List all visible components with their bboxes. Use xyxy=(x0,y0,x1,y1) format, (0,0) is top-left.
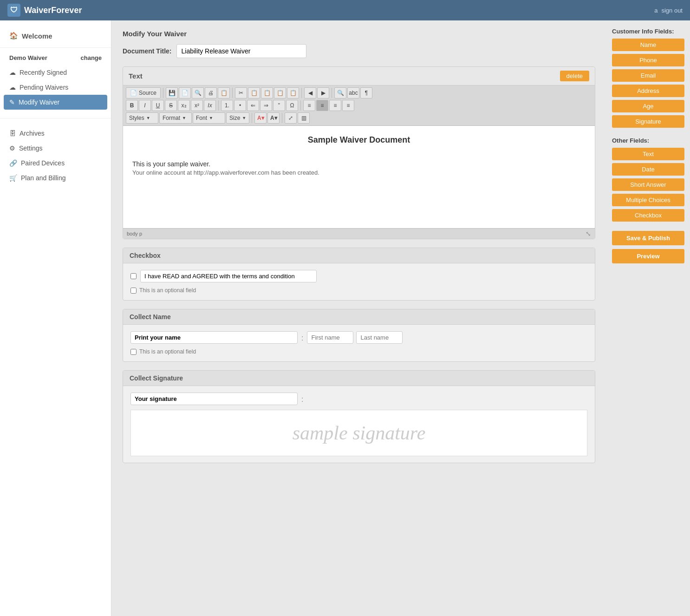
tb-blockquote[interactable]: " xyxy=(273,100,285,111)
sidebar-item-pending-waivers[interactable]: ☁ Pending Waivers xyxy=(0,80,111,95)
tb-strikethrough[interactable]: S xyxy=(165,100,177,111)
tb-save[interactable]: 💾 xyxy=(166,87,178,98)
paired-devices-label: Paired Devices xyxy=(21,159,65,167)
tb-superscript[interactable]: x² xyxy=(191,100,203,111)
tb-italic[interactable]: I xyxy=(139,100,151,111)
editor-block-title: Text xyxy=(129,72,143,80)
tb-align-right[interactable]: ≡ xyxy=(329,100,341,111)
field-btn-checkbox[interactable]: Checkbox xyxy=(612,209,684,222)
settings-label: Settings xyxy=(19,144,43,152)
field-btn-date[interactable]: Date xyxy=(612,163,684,176)
last-name-input[interactable] xyxy=(356,331,403,344)
top-nav: 🛡 WaiverForever a sign out xyxy=(0,0,690,20)
change-link[interactable]: change xyxy=(80,54,102,61)
plan-billing-label: Plan and Billing xyxy=(21,174,66,182)
cloud-icon-2: ☁ xyxy=(9,84,16,91)
wysiwyg-area[interactable]: Sample Waiver Document This is your samp… xyxy=(123,126,595,228)
tb-format-dropdown[interactable]: Format ▼ xyxy=(159,112,192,124)
field-btn-text[interactable]: Text xyxy=(612,148,684,160)
tb-print[interactable]: 🖨 xyxy=(205,87,217,98)
source-button[interactable]: 📄 Source xyxy=(126,87,161,98)
field-btn-email[interactable]: Email xyxy=(612,69,684,82)
tb-find[interactable]: 🔍 xyxy=(334,87,346,98)
tb-spellcheck[interactable]: abc xyxy=(347,87,359,98)
shield-icon: 🛡 xyxy=(7,4,20,17)
tb-indent[interactable]: ⇒ xyxy=(260,100,272,111)
sidebar-item-archives[interactable]: 🗄 Archives xyxy=(0,126,111,141)
name-label-input[interactable] xyxy=(130,331,298,344)
tb-align-center[interactable]: ≡ xyxy=(316,100,328,111)
field-btn-short-answer[interactable]: Short Answer xyxy=(612,178,684,191)
tb-bold[interactable]: B xyxy=(126,100,138,111)
field-btn-name[interactable]: Name xyxy=(612,39,684,51)
checkbox-label-input[interactable] xyxy=(140,270,317,282)
cart-icon: 🛒 xyxy=(9,174,17,182)
tb-show-blocks-2[interactable]: ▥ xyxy=(298,112,310,124)
checkbox-input[interactable] xyxy=(130,273,137,279)
field-btn-address[interactable]: Address xyxy=(612,85,684,97)
tb-maximize[interactable]: ⤢ xyxy=(285,112,297,124)
collect-signature-body: : sample signature xyxy=(123,386,595,463)
tb-bg-color[interactable]: A▾ xyxy=(267,112,280,124)
save-publish-button[interactable]: Save & Publish xyxy=(612,231,684,245)
field-btn-phone[interactable]: Phone xyxy=(612,54,684,66)
delete-button[interactable]: delete xyxy=(560,71,589,81)
toolbar-sep-7 xyxy=(252,113,252,123)
nav-right: a sign out xyxy=(654,7,683,14)
tb-font-color[interactable]: A▾ xyxy=(254,112,267,124)
tb-ordered-list[interactable]: 1. xyxy=(221,100,233,111)
checkbox-section-header: Checkbox xyxy=(123,248,595,263)
wysiwyg-small: Your online account at http://app.waiver… xyxy=(132,169,586,176)
checkbox-row xyxy=(130,270,587,282)
resize-handle[interactable]: ⤡ xyxy=(586,230,591,237)
tb-align-left[interactable]: ≡ xyxy=(303,100,315,111)
tb-template[interactable]: 📋 xyxy=(218,87,230,98)
sig-row: : xyxy=(130,393,587,405)
sidebar-demo-section: Demo Waiver change ☁ Recently Signed ☁ P… xyxy=(0,47,111,114)
tb-paste[interactable]: 📋 xyxy=(261,87,273,98)
field-btn-age[interactable]: Age xyxy=(612,100,684,112)
sidebar-item-settings[interactable]: ⚙ Settings xyxy=(0,141,111,156)
sidebar-item-recently-signed[interactable]: ☁ Recently Signed xyxy=(0,65,111,80)
tb-size-dropdown[interactable]: Size ▼ xyxy=(226,112,249,124)
statusbar-text: body p xyxy=(127,231,142,236)
sidebar-item-modify-waiver[interactable]: ✎ Modify Waiver xyxy=(4,95,107,110)
tb-redo[interactable]: ▶ xyxy=(317,87,329,98)
tb-show-blocks[interactable]: ¶ xyxy=(360,87,372,98)
tb-copy[interactable]: 📋 xyxy=(248,87,260,98)
brand: 🛡 WaiverForever xyxy=(7,4,82,17)
tb-align-justify[interactable]: ≡ xyxy=(342,100,354,111)
sidebar-welcome: 🏠 Welcome xyxy=(0,28,111,47)
tb-paste-word[interactable]: 📋 xyxy=(287,87,299,98)
first-name-input[interactable] xyxy=(307,331,353,344)
tb-subscript[interactable]: x₂ xyxy=(178,100,190,111)
tb-remove-format[interactable]: Ix xyxy=(204,100,216,111)
tb-preview[interactable]: 🔍 xyxy=(192,87,204,98)
sign-out-link[interactable]: sign out xyxy=(661,7,683,14)
sidebar-item-plan-billing[interactable]: 🛒 Plan and Billing xyxy=(0,170,111,185)
tb-outdent[interactable]: ⇐ xyxy=(247,100,259,111)
tb-undo[interactable]: ◀ xyxy=(304,87,316,98)
tb-special-char[interactable]: Ω xyxy=(286,100,298,111)
tb-paste-text[interactable]: 📋 xyxy=(274,87,286,98)
tb-unordered-list[interactable]: • xyxy=(234,100,246,111)
tb-styles-dropdown[interactable]: Styles ▼ xyxy=(126,112,158,124)
tb-newdoc[interactable]: 📄 xyxy=(179,87,191,98)
tb-underline[interactable]: U xyxy=(152,100,164,111)
doc-title-input[interactable] xyxy=(176,44,306,58)
format-chevron: ▼ xyxy=(182,116,186,120)
name-optional-checkbox[interactable] xyxy=(130,349,137,355)
optional-checkbox[interactable] xyxy=(130,288,137,294)
sidebar-item-paired-devices[interactable]: 🔗 Paired Devices xyxy=(0,156,111,170)
tb-font-dropdown[interactable]: Font ▼ xyxy=(193,112,225,124)
preview-button[interactable]: Preview xyxy=(612,249,684,263)
checkbox-optional-row: This is an optional field xyxy=(130,287,587,294)
sig-label-input[interactable] xyxy=(130,393,298,405)
signature-canvas[interactable]: sample signature xyxy=(130,410,587,456)
layout: 🏠 Welcome Demo Waiver change ☁ Recently … xyxy=(0,20,690,616)
styles-chevron: ▼ xyxy=(146,116,150,120)
field-btn-signature[interactable]: Signature xyxy=(612,115,684,128)
field-btn-multiple-choices[interactable]: Multiple Choices xyxy=(612,194,684,206)
tb-cut[interactable]: ✂ xyxy=(235,87,247,98)
right-panel: Customer Info Fields: Name Phone Email A… xyxy=(606,20,690,616)
